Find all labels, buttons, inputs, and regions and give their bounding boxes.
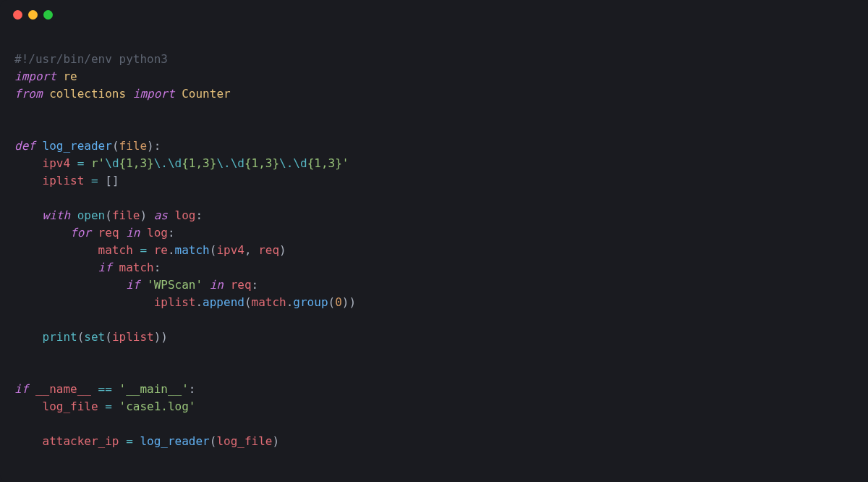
code-line: from collections import Counter — [14, 85, 854, 103]
code-line: iplist.append(match.group(0)) — [14, 294, 854, 311]
code-line: print(set(iplist)) — [14, 329, 854, 346]
code-line: def log_reader(file): — [14, 138, 854, 155]
code-line — [14, 363, 854, 381]
code-line — [14, 120, 854, 138]
code-line: for req in log: — [14, 224, 854, 242]
code-line: if match: — [14, 259, 854, 276]
maximize-icon[interactable] — [43, 10, 53, 20]
close-icon[interactable] — [13, 10, 22, 20]
code-line: import re — [14, 68, 854, 85]
code-line: #!/usr/bin/env python3 — [14, 51, 854, 68]
code-line: if 'WPScan' in req: — [14, 276, 854, 294]
code-line: attacker_ip = log_reader(log_file) — [14, 433, 854, 450]
code-line: match = re.match(ipv4, req) — [14, 242, 854, 259]
code-line — [14, 346, 854, 363]
code-line — [14, 103, 854, 120]
minimize-icon[interactable] — [28, 10, 38, 20]
code-line: with open(file) as log: — [14, 207, 854, 224]
code-window: #!/usr/bin/env python3import refrom coll… — [0, 0, 868, 482]
code-line — [14, 311, 854, 329]
code-editor[interactable]: #!/usr/bin/env python3import refrom coll… — [0, 29, 868, 482]
code-line — [14, 190, 854, 207]
code-line — [14, 415, 854, 433]
code-line: iplist = [] — [14, 172, 854, 190]
titlebar — [0, 0, 868, 29]
code-line: log_file = 'case1.log' — [14, 398, 854, 415]
code-line: ipv4 = r'\d{1,3}\.\d{1,3}\.\d{1,3}\.\d{1… — [14, 155, 854, 172]
code-line: if __name__ == '__main__': — [14, 381, 854, 398]
